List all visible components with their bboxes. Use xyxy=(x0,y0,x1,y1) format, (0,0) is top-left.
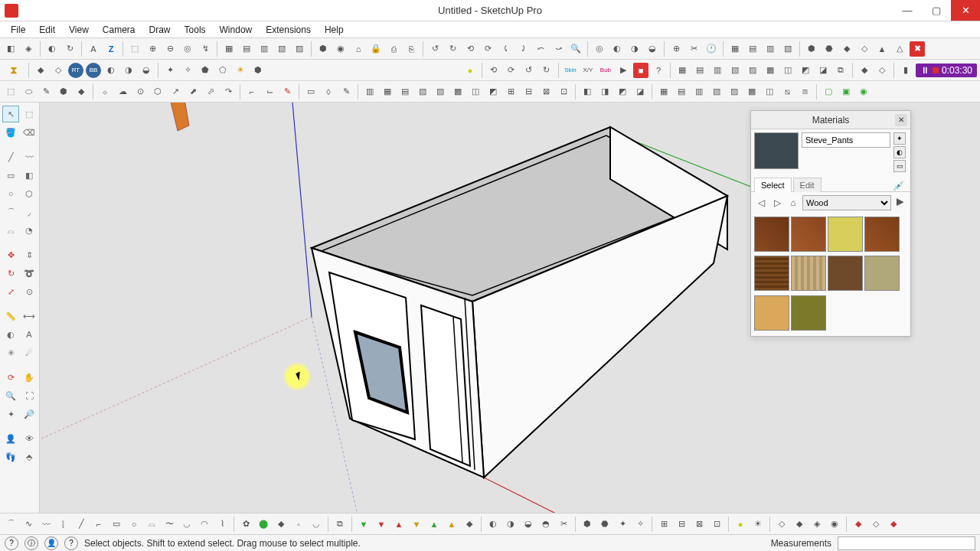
panel-close-icon[interactable]: ✕ xyxy=(895,114,907,126)
tool-icon[interactable]: ● xyxy=(733,517,748,532)
tool-icon[interactable]: ⎘ xyxy=(403,41,419,57)
circle-tool-icon[interactable]: ○ xyxy=(2,185,19,202)
tool-icon[interactable]: ☀ xyxy=(750,517,766,532)
tool-icon[interactable]: ◒ xyxy=(139,63,154,78)
tool-icon[interactable]: ▨ xyxy=(745,63,760,78)
viewport[interactable]: Materials ✕ ✦ ◐ ▭ Select Edit 💉 xyxy=(40,103,980,513)
tool-icon[interactable]: ◆ xyxy=(792,517,807,532)
tool-icon[interactable]: ▩ xyxy=(744,84,760,99)
menu-camera[interactable]: Camera xyxy=(96,23,142,37)
tool-icon[interactable]: ▨ xyxy=(433,84,448,99)
tool-icon[interactable]: ▢ xyxy=(821,84,836,99)
tool-icon[interactable]: ▤ xyxy=(745,41,760,57)
tool-icon[interactable]: ↷ xyxy=(220,84,236,99)
tool-icon[interactable]: ⬣ xyxy=(822,41,837,57)
tool-icon[interactable]: ◒ xyxy=(521,517,536,532)
tool-icon[interactable]: ▲ xyxy=(391,517,407,532)
pie-tool-icon[interactable]: ◔ xyxy=(21,222,38,239)
tool-icon[interactable]: ⦚ xyxy=(56,517,71,532)
tool-icon[interactable]: ◞ xyxy=(21,204,38,220)
nav-home-icon[interactable]: ⌂ xyxy=(786,196,800,210)
tool-icon[interactable]: ▥ xyxy=(763,41,778,57)
menu-draw[interactable]: Draw xyxy=(143,23,177,37)
tool-icon[interactable]: ◎ xyxy=(180,41,195,57)
tool-icon[interactable]: ▦ xyxy=(380,84,395,99)
tool-icon[interactable]: 🔎 xyxy=(21,406,38,422)
tool-icon[interactable]: ✎ xyxy=(338,84,354,99)
help-icon[interactable]: ? xyxy=(64,536,78,550)
tool-icon[interactable]: Bub xyxy=(598,63,613,78)
axes-tool-icon[interactable]: ✳ xyxy=(2,344,19,361)
tool-icon[interactable]: ▼ xyxy=(374,517,389,532)
tool-icon[interactable]: ✿ xyxy=(238,517,253,532)
orbit-tool-icon[interactable]: ⟳ xyxy=(2,369,19,386)
tool-icon[interactable]: ⤸ xyxy=(515,41,531,57)
tool-icon[interactable]: ⬚ xyxy=(3,84,18,99)
tool-icon[interactable]: ↻ xyxy=(62,41,77,57)
tool-icon[interactable]: ◆ xyxy=(851,517,866,532)
tool-icon[interactable]: ◒ xyxy=(645,41,660,57)
tool-icon[interactable]: ⊠ xyxy=(538,84,554,99)
tool-icon[interactable]: ✧ xyxy=(180,63,195,78)
tool-icon[interactable]: ▭ xyxy=(893,160,906,172)
tool-icon[interactable]: ◠ xyxy=(197,517,212,532)
tool-icon[interactable]: ▭ xyxy=(303,84,318,99)
menu-file[interactable]: File xyxy=(5,23,31,37)
followme-tool-icon[interactable]: ➰ xyxy=(21,265,38,282)
tool-icon[interactable]: ⬚ xyxy=(127,41,142,57)
recording-timer[interactable]: ⏸0:03:30 xyxy=(916,64,977,77)
offset-tool-icon[interactable]: ⊙ xyxy=(21,283,38,300)
tool-icon[interactable]: ✂ xyxy=(556,517,571,532)
geo-icon[interactable]: ? xyxy=(5,536,18,550)
tool-icon[interactable]: ◉ xyxy=(827,517,842,532)
tool-icon[interactable]: ⬡ xyxy=(150,84,165,99)
tool-icon[interactable]: 🔒 xyxy=(368,41,384,57)
tool-icon[interactable]: ▨ xyxy=(292,41,307,57)
tool-icon[interactable]: ◈ xyxy=(21,41,36,57)
mirror-icon[interactable]: ⧗ xyxy=(3,63,24,78)
tool-icon[interactable]: ✎ xyxy=(279,84,295,99)
eraser-tool-icon[interactable]: ⌫ xyxy=(21,124,38,141)
tool-icon[interactable]: ◇ xyxy=(874,63,890,78)
tool-icon[interactable]: ◦ xyxy=(291,517,306,532)
tool-icon[interactable]: ↯ xyxy=(198,41,213,57)
tool-icon[interactable]: ✦ xyxy=(615,517,630,532)
tool-icon[interactable]: ↺ xyxy=(521,63,537,78)
protractor-tool-icon[interactable]: ◐ xyxy=(2,326,19,343)
tool-icon[interactable]: ? xyxy=(651,63,666,78)
tool-icon[interactable]: ✧ xyxy=(632,517,648,532)
move-tool-icon[interactable]: ✥ xyxy=(2,246,19,263)
tool-icon[interactable]: ⧉ xyxy=(332,517,348,532)
tool-icon[interactable]: ◐ xyxy=(103,63,119,78)
tool-icon[interactable]: ● xyxy=(462,63,478,78)
tool-icon[interactable]: 🕐 xyxy=(704,41,719,57)
tool-icon[interactable]: ⧅ xyxy=(779,84,795,99)
scale-tool-icon[interactable]: ⤢ xyxy=(2,283,19,300)
tool-icon[interactable]: ▧ xyxy=(274,41,289,57)
tool-icon[interactable]: ⬢ xyxy=(580,517,595,532)
maximize-button[interactable]: ▢ xyxy=(922,0,951,21)
tool-icon[interactable]: ↻ xyxy=(445,41,460,57)
tool-icon[interactable]: ◇ xyxy=(868,517,884,532)
tool-icon[interactable]: ◪ xyxy=(815,63,831,78)
nav-forward-icon[interactable]: ▷ xyxy=(770,196,784,210)
tool-icon[interactable]: ◑ xyxy=(121,63,136,78)
nav-back-icon[interactable]: ◁ xyxy=(754,196,768,210)
menu-extensions[interactable]: Extensions xyxy=(260,23,317,37)
tool-icon[interactable]: ✦ xyxy=(2,406,19,422)
tool-icon[interactable]: ◆ xyxy=(857,63,872,78)
tool-icon[interactable]: ◐ xyxy=(485,517,501,532)
tool-icon[interactable]: ◑ xyxy=(503,517,518,532)
tool-icon[interactable]: ⟳ xyxy=(480,41,495,57)
tool-icon[interactable]: ⌓ xyxy=(2,222,19,239)
tool-icon[interactable]: ▩ xyxy=(763,63,778,78)
tool-icon[interactable]: ⟲ xyxy=(486,63,501,78)
tool-icon[interactable]: ⬢ xyxy=(56,84,71,99)
tool-icon[interactable]: ⌐ xyxy=(91,517,106,532)
tool-icon[interactable]: ⬠ xyxy=(215,63,230,78)
tool-icon[interactable]: ▶ xyxy=(616,63,631,78)
tool-icon[interactable]: ⬢ xyxy=(315,41,331,57)
tool-icon[interactable]: ⬢ xyxy=(250,63,266,78)
tool-icon[interactable]: ⧆ xyxy=(797,84,812,99)
material-name-input[interactable] xyxy=(802,132,890,148)
